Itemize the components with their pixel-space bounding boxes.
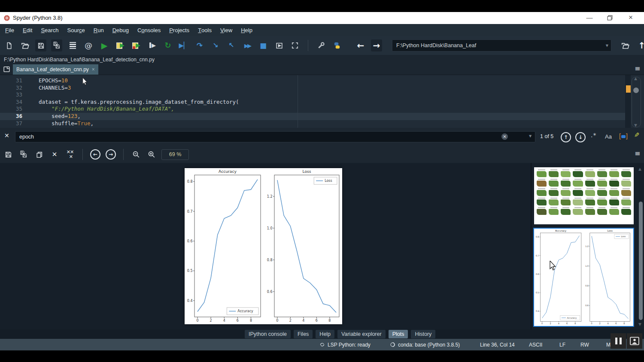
close-plot-icon[interactable]: ✕ <box>49 148 60 160</box>
debug-file-icon[interactable]: ▶▏ <box>178 39 189 51</box>
code-line-35[interactable]: 35 "F:/Python HardDisk/Banana_Leaf/DATA"… <box>0 106 625 113</box>
leaf-sample <box>573 207 583 215</box>
whole-words-icon[interactable]: [] <box>619 133 628 139</box>
code-line-34[interactable]: 34dataset = tf.keras.preprocessing.image… <box>0 99 625 106</box>
pane-tab-plots[interactable]: Plots <box>389 330 408 338</box>
python-env-icon[interactable] <box>331 39 343 51</box>
plot-thumbnail-selected[interactable]: 024680.40.50.60.70.8AccuracyAccuracy0246… <box>533 228 634 327</box>
code-line-32[interactable]: 32CHANNELS=3 <box>0 84 625 92</box>
plots-options-icon[interactable]: ≡ <box>635 150 640 157</box>
code-editor[interactable]: 31EPOCHS=1032CHANNELS=33334dataset = tf.… <box>0 75 644 129</box>
code-line-33[interactable]: 33 <box>0 91 625 99</box>
svg-text:2: 2 <box>550 322 551 325</box>
menu-consoles[interactable]: Consoles <box>133 24 165 36</box>
menu-edit[interactable]: Edit <box>18 24 36 36</box>
close-all-plots-icon[interactable]: ✕✕✕ <box>64 148 76 160</box>
maximize-pane-icon[interactable] <box>289 39 301 51</box>
new-file-icon[interactable] <box>3 39 15 51</box>
step-return-icon[interactable]: ↖ <box>226 39 237 51</box>
svg-text:0.8: 0.8 <box>267 258 273 262</box>
find-dropdown-icon[interactable]: ▾ <box>529 133 532 139</box>
symbol-finder-icon[interactable]: @ <box>83 39 94 51</box>
find-next[interactable]: ↓ <box>575 132 586 142</box>
menu-help[interactable]: Help <box>237 24 257 36</box>
working-directory-combo[interactable]: F:\Python HardDisk\Banana_Leaf ▾ <box>392 39 611 51</box>
thumbs-scroll-up-icon[interactable]: ▲ <box>638 167 641 171</box>
save-icon[interactable] <box>35 39 46 51</box>
find-input[interactable] <box>15 131 535 142</box>
thumbs-scroll-thumb[interactable] <box>639 202 643 320</box>
restore-icon[interactable] <box>606 14 614 21</box>
pane-tab-help[interactable]: Help <box>316 330 334 338</box>
menu-projects[interactable]: Projects <box>165 24 194 36</box>
code-line-37[interactable]: 37 shuffle=True, <box>0 120 625 127</box>
open-dir-icon[interactable] <box>620 39 631 51</box>
parent-dir-icon[interactable]: ↑ <box>636 39 644 51</box>
tab-close-icon[interactable]: × <box>92 66 95 72</box>
run-icon[interactable]: ▶ <box>99 39 110 51</box>
pane-tab-variable-explorer[interactable]: Variable explorer <box>337 330 386 338</box>
search-match-marker[interactable] <box>626 85 631 93</box>
pane-tab-ipython-console[interactable]: IPython console <box>245 330 291 338</box>
pane-tab-files[interactable]: Files <box>294 330 313 338</box>
svg-text:0.8: 0.8 <box>536 235 539 238</box>
menu-view[interactable]: View <box>216 24 237 36</box>
open-file-icon[interactable] <box>19 39 30 51</box>
code-line-36[interactable]: 36 seed=123, <box>0 113 625 120</box>
leaf-sample <box>597 188 607 196</box>
highlight-icon[interactable]: ✎ <box>634 132 640 139</box>
pause-icon[interactable] <box>611 333 626 349</box>
editor-scrollbar[interactable]: ▲ ▼ <box>632 77 641 127</box>
menu-tools[interactable]: Tools <box>194 24 216 36</box>
preferences-icon[interactable] <box>316 39 327 51</box>
code-line-31[interactable]: 31EPOCHS=10 <box>0 77 625 84</box>
save-all-icon[interactable] <box>51 39 62 51</box>
close-icon[interactable]: × <box>629 13 633 22</box>
menu-file[interactable]: File <box>1 24 18 36</box>
editor-options-icon[interactable]: ≡ <box>635 65 640 72</box>
plots-zoom-level[interactable]: 69 % <box>161 149 189 160</box>
zoom-in-icon[interactable] <box>146 148 157 160</box>
save-plot-icon[interactable] <box>3 148 14 160</box>
zoom-out-icon[interactable] <box>131 148 142 160</box>
dropdown-icon[interactable]: ▾ <box>606 43 611 48</box>
menu-source[interactable]: Source <box>63 24 89 36</box>
step-over-icon[interactable]: ↷ <box>194 39 205 51</box>
regex-icon[interactable]: .* <box>591 132 596 138</box>
thumbs-scrollbar[interactable] <box>639 172 643 323</box>
snapshot-icon[interactable] <box>627 333 642 349</box>
browse-tabs-icon[interactable] <box>3 66 10 73</box>
scroll-down-icon[interactable]: ▼ <box>634 124 637 127</box>
stop-icon[interactable]: ■ <box>258 39 269 51</box>
outline-explorer-icon[interactable] <box>67 39 78 51</box>
next-plot-icon[interactable]: → <box>105 148 116 160</box>
run-cell-advance-icon[interactable]: ▶ <box>131 39 142 51</box>
find-previous[interactable]: ↑ <box>561 132 571 142</box>
debug-continue-icon[interactable]: ▶▶ <box>242 39 253 51</box>
run-cell-icon[interactable]: ▶ <box>115 39 126 51</box>
previous-plot-icon[interactable]: ← <box>90 148 101 160</box>
step-into-icon[interactable]: ↘ <box>210 39 221 51</box>
save-all-plots-icon[interactable] <box>18 148 29 160</box>
minimize-icon[interactable]: — <box>583 14 596 21</box>
menu-run[interactable]: Run <box>89 24 108 36</box>
pane-tab-history[interactable]: History <box>411 330 435 338</box>
editor-scroll-thumb[interactable] <box>633 87 639 93</box>
menu-debug[interactable]: Debug <box>108 24 133 36</box>
scroll-up-icon[interactable]: ▲ <box>634 77 637 81</box>
clear-icon[interactable]: ✕ <box>501 133 508 140</box>
plot-thumbnail-dataset[interactable] <box>534 167 634 224</box>
thumbs-scroll-down-icon[interactable]: ▼ <box>638 323 641 326</box>
copy-plot-icon[interactable] <box>33 148 45 160</box>
editor-tab[interactable]: Banana_Leaf_detection_cnn.py × <box>13 64 98 75</box>
match-case-icon[interactable]: Aa <box>605 133 612 140</box>
back-icon[interactable]: ← <box>355 39 366 51</box>
rerun-icon[interactable]: ↻ <box>162 39 173 51</box>
pane-divider[interactable] <box>531 163 532 329</box>
find-close-icon[interactable]: ✕ <box>4 133 9 139</box>
run-selection-icon[interactable]: ▶ <box>146 39 158 51</box>
forward-icon[interactable]: → <box>371 39 382 51</box>
run-external-icon[interactable] <box>273 39 285 51</box>
menu-search[interactable]: Search <box>36 24 63 36</box>
leaf-sample <box>609 207 619 215</box>
